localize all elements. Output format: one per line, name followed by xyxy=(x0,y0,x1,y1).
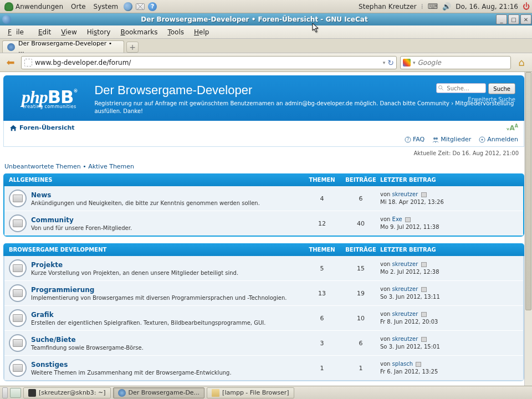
forum-description: Ankündigungen und Neuigkeiten, die bitte… xyxy=(31,200,303,206)
help-launcher-icon[interactable]: ? xyxy=(148,2,157,11)
minimize-button[interactable]: _ xyxy=(496,14,507,24)
last-post: von splasch Fr 6. Jan 2012, 13:25 xyxy=(380,360,519,376)
clock[interactable]: Do, 16. Aug, 21:16 xyxy=(456,3,518,11)
close-button[interactable]: ✕ xyxy=(520,14,531,24)
places-menu[interactable]: Orte xyxy=(69,2,88,12)
forum-title-link[interactable]: Suche/Biete xyxy=(31,336,303,344)
view-last-post-icon[interactable] xyxy=(421,337,427,342)
faq-link[interactable]: ?FAQ xyxy=(405,136,424,143)
forum-description: Implementierung von Browsergames mit div… xyxy=(31,295,303,301)
unanswered-link[interactable]: Unbeantwortete Themen xyxy=(4,163,81,170)
task-filemanager[interactable]: [lampp - File Browser] xyxy=(207,387,294,398)
last-post-author-link[interactable]: splasch xyxy=(392,361,413,367)
reload-button[interactable]: ↻ xyxy=(387,58,394,67)
faq-icon: ? xyxy=(405,136,411,143)
scrollbar[interactable] xyxy=(524,72,532,386)
browser-menubar: File Edit View History Bookmarks Tools H… xyxy=(0,25,532,39)
forum-title-link[interactable]: Programmierung xyxy=(31,286,303,294)
category-header[interactable]: ALLGEMEINESTHEMENBEITRÄGELETZTER BEITRAG xyxy=(3,173,524,186)
forum-icon xyxy=(9,309,27,327)
last-post-author-link[interactable]: skreutzer xyxy=(392,336,418,342)
last-post-author-link[interactable]: skreutzer xyxy=(392,191,418,197)
forum-list: News Ankündigungen und Neuigkeiten, die … xyxy=(3,186,524,237)
gnome-foot-icon xyxy=(4,2,13,11)
menu-edit[interactable]: Edit xyxy=(34,27,55,37)
browser-tab[interactable]: Der Browsergame-Developer • ... xyxy=(2,40,124,53)
user-indicator[interactable]: Stephan Kreutzer xyxy=(359,3,417,11)
url-input[interactable] xyxy=(35,59,381,66)
menu-tools[interactable]: Tools xyxy=(163,27,188,37)
gnome-bottom-panel: [skreutzer@sknb3: ~] Der Browsergame-De.… xyxy=(0,386,532,399)
svg-point-5 xyxy=(482,139,483,140)
menu-bookmarks[interactable]: Bookmarks xyxy=(116,27,162,37)
show-desktop-button[interactable] xyxy=(10,388,21,398)
forum-search-button[interactable]: Suche xyxy=(488,83,515,94)
applications-menu[interactable]: Anwendungen xyxy=(2,1,65,12)
last-post-author-link[interactable]: skreutzer xyxy=(392,311,418,317)
breadcrumb-link[interactable]: Foren-Übersicht xyxy=(19,124,75,131)
dropdown-icon[interactable]: ▾ xyxy=(383,60,386,65)
url-bar[interactable]: ▾ ↻ xyxy=(21,56,397,69)
view-last-post-icon[interactable] xyxy=(421,192,427,197)
forum-icon xyxy=(9,359,27,377)
font-size-control[interactable]: ᵥAA xyxy=(506,124,518,132)
post-count: 15 xyxy=(341,265,380,272)
last-post-author-link[interactable]: Exe xyxy=(392,216,402,222)
new-tab-button[interactable]: + xyxy=(126,42,139,53)
window-titlebar[interactable]: Der Browsergame-Developer • Foren-Übersi… xyxy=(0,13,532,25)
forum-title-link[interactable]: Community xyxy=(31,216,303,224)
view-last-post-icon[interactable] xyxy=(421,312,427,317)
last-post-author-link[interactable]: skreutzer xyxy=(392,286,418,292)
post-count: 6 xyxy=(341,340,380,347)
menu-view[interactable]: View xyxy=(57,27,81,37)
task-terminal[interactable]: [skreutzer@sknb3: ~] xyxy=(23,387,111,398)
task-browser[interactable]: Der Browsergame-De... xyxy=(113,387,205,398)
view-last-post-icon[interactable] xyxy=(405,217,411,222)
active-topics-link[interactable]: Aktive Themen xyxy=(88,163,134,170)
forum-icon xyxy=(9,259,27,277)
forum-title-link[interactable]: Sonstiges xyxy=(31,361,303,369)
home-button[interactable]: ⌂ xyxy=(514,55,529,70)
menu-file[interactable]: File xyxy=(3,27,33,37)
login-icon xyxy=(479,136,485,143)
topic-count: 4 xyxy=(303,195,341,202)
maximize-button[interactable]: □ xyxy=(508,14,519,24)
phpbb-logo[interactable]: phpBB® creating communities xyxy=(12,83,86,115)
menu-help[interactable]: Help xyxy=(190,27,213,37)
members-icon xyxy=(432,136,439,143)
volume-icon[interactable]: 🔊 xyxy=(442,2,451,11)
scrollbar-thumb[interactable] xyxy=(525,72,531,310)
dropdown-icon[interactable]: ▾ xyxy=(413,60,416,65)
view-last-post-icon[interactable] xyxy=(416,362,421,367)
page-viewport[interactable]: phpBB® creating communities Der Browserg… xyxy=(0,72,532,386)
login-link[interactable]: Anmelden xyxy=(479,136,518,143)
forum-title-link[interactable]: News xyxy=(31,191,303,199)
search-input[interactable] xyxy=(418,59,508,66)
topic-filter-links: Unbeantwortete Themen • Aktive Themen xyxy=(3,163,524,173)
menu-history[interactable]: History xyxy=(83,27,115,37)
power-icon[interactable]: ⏻ xyxy=(523,2,530,11)
home-icon xyxy=(9,125,17,131)
svg-point-2 xyxy=(433,137,436,140)
last-post: von skreutzer So 3. Jun 2012, 13:11 xyxy=(380,285,519,301)
view-last-post-icon[interactable] xyxy=(421,262,427,267)
members-link[interactable]: Mitglieder xyxy=(432,136,471,143)
forum-search-input[interactable] xyxy=(436,83,486,93)
window-title: Der Browsergame-Developer • Foren-Übersi… xyxy=(13,16,495,23)
keyboard-indicator-icon[interactable]: ⌨ xyxy=(427,2,438,11)
panel-hide-button[interactable] xyxy=(2,387,8,398)
last-post-author-link[interactable]: skreutzer xyxy=(392,261,418,267)
system-menu[interactable]: System xyxy=(91,2,121,12)
forum-title-link[interactable]: Grafik xyxy=(31,311,303,319)
mail-launcher-icon[interactable] xyxy=(136,2,145,11)
site-identity-icon[interactable] xyxy=(24,58,33,67)
advanced-search-link[interactable]: Erweiterte Suche xyxy=(468,96,515,103)
view-last-post-icon[interactable] xyxy=(421,287,427,292)
post-count: 6 xyxy=(341,195,380,202)
back-button[interactable]: ⬅ xyxy=(3,55,18,70)
forum-title-link[interactable]: Projekte xyxy=(31,261,303,269)
category-header[interactable]: BROWSERGAME DEVELOPMENTTHEMENBEITRÄGELET… xyxy=(3,243,524,256)
browser-launcher-icon[interactable] xyxy=(124,2,132,11)
search-bar[interactable]: ▾ xyxy=(400,56,511,69)
topic-count: 13 xyxy=(303,290,341,297)
